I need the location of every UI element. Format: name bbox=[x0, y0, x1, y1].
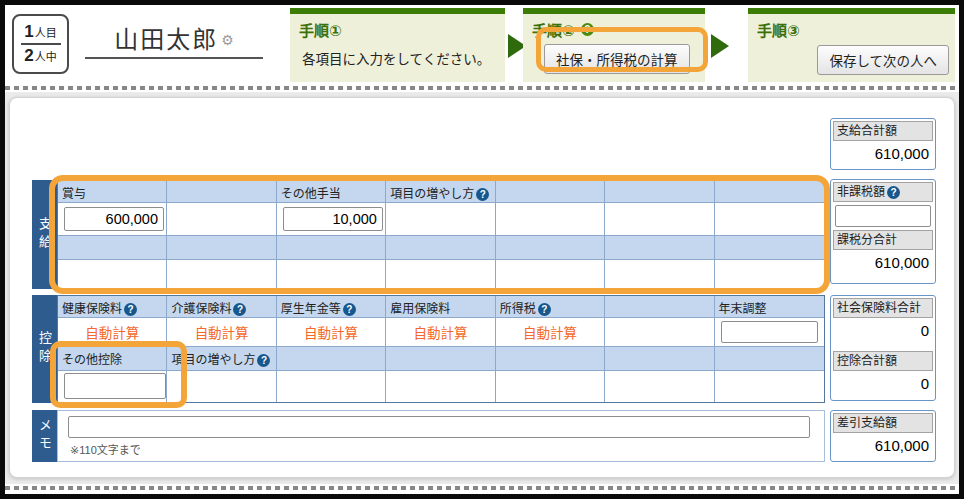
deduction-empty-cell bbox=[277, 371, 386, 402]
deduction-empty-cell bbox=[496, 371, 605, 402]
payment-other-allowance-cell bbox=[277, 203, 386, 236]
payment-bonus-cell bbox=[58, 203, 167, 236]
deduction-col-care-insurance: 介護保険料? bbox=[167, 296, 276, 318]
nontaxable-taxable-group: 非課税額? 課税分合計 610,000 bbox=[830, 179, 936, 284]
counter-current-number: 1 bbox=[24, 22, 33, 42]
other-allowance-input[interactable] bbox=[283, 207, 383, 231]
deduction-col-yearend: 年末調整 bbox=[715, 296, 824, 318]
bonus-input[interactable] bbox=[64, 207, 164, 231]
other-deduction-input[interactable] bbox=[64, 373, 166, 399]
payment-header2-empty bbox=[277, 236, 386, 260]
save-next-person-button[interactable]: 保存して次の人へ bbox=[817, 45, 949, 75]
help-icon[interactable]: ? bbox=[343, 303, 356, 316]
calc-social-income-tax-button[interactable]: 社保・所得税の計算 bbox=[544, 44, 690, 74]
step-3-box: 手順③ 保存して次の人へ bbox=[748, 8, 955, 82]
deduction-header2-empty bbox=[496, 347, 605, 371]
counter-total-unit: 人中 bbox=[35, 48, 57, 64]
add-items-label: 項目の増やし方 bbox=[171, 353, 255, 367]
add-items-label: 項目の増やし方 bbox=[390, 187, 474, 201]
bottom-dashed-divider bbox=[5, 486, 959, 490]
person-counter-total: 2人中 bbox=[24, 46, 56, 66]
step-2-title: 手順② ? bbox=[532, 19, 696, 40]
deduction-col-health-insurance: 健康保険料? bbox=[58, 296, 167, 318]
pension-label: 厚生年金等 bbox=[281, 302, 341, 316]
net-payment-label: 差引支給額 bbox=[833, 413, 933, 433]
step-1-title: 手順① bbox=[299, 19, 496, 40]
payment-header2-empty bbox=[167, 236, 276, 260]
payment-total-value: 610,000 bbox=[833, 141, 933, 167]
help-icon[interactable]: ? bbox=[124, 303, 137, 316]
income-tax-label: 所得税 bbox=[500, 302, 536, 316]
payment-total-label: 支給合計額 bbox=[833, 121, 933, 141]
memo-input[interactable] bbox=[68, 416, 810, 438]
social-insurance-total-label: 社会保険料合計 bbox=[833, 298, 933, 318]
step-2-box: 手順② ? 社保・所得税の計算 bbox=[523, 8, 705, 82]
payment-col-empty bbox=[715, 181, 824, 203]
nontaxable-label: 非課税額? bbox=[833, 182, 933, 202]
payment-empty-cell bbox=[386, 203, 495, 236]
step-1-instruction: 各項目に入力をしてください。 bbox=[302, 48, 496, 68]
deduction-total-label: 控除合計額 bbox=[833, 351, 933, 371]
deduction-empty-cell bbox=[386, 371, 495, 402]
deduction-table: 健康保険料? 介護保険料? 厚生年金等? 雇用保険料 所得税? 年末調整 自動計… bbox=[57, 295, 825, 403]
help-icon[interactable]: ? bbox=[581, 23, 594, 36]
deduction-col-employment-insurance: 雇用保険料 bbox=[386, 296, 495, 318]
deduction-header2-empty bbox=[277, 347, 386, 371]
payment-empty-cell bbox=[496, 260, 605, 288]
payment-empty-cell bbox=[167, 203, 276, 236]
payment-table: 賞与 その他手当 項目の増やし方? bbox=[57, 180, 825, 289]
payment-header2-empty bbox=[715, 236, 824, 260]
payment-col-add-items: 項目の増やし方? bbox=[386, 181, 495, 203]
payment-header2-empty bbox=[605, 236, 714, 260]
taxable-total-label: 課税分合計 bbox=[833, 230, 933, 250]
insurance-deduction-total-group: 社会保険料合計 0 控除合計額 0 bbox=[830, 295, 936, 401]
help-icon[interactable]: ? bbox=[887, 186, 900, 199]
gear-icon[interactable]: ⚙ bbox=[221, 32, 234, 48]
health-insurance-autocalc: 自動計算 bbox=[58, 318, 167, 347]
deduction-empty-cell bbox=[605, 318, 714, 347]
deduction-col-add-items: 項目の増やし方? bbox=[167, 347, 276, 371]
payment-header2-empty bbox=[58, 236, 167, 260]
payment-col-empty bbox=[167, 181, 276, 203]
deduction-col-other-deduction: その他控除 bbox=[58, 347, 167, 371]
payment-col-empty bbox=[496, 181, 605, 203]
payment-empty-cell bbox=[58, 260, 167, 288]
payment-col-bonus: 賞与 bbox=[58, 181, 167, 203]
net-payment-value: 610,000 bbox=[833, 433, 933, 459]
counter-current-unit: 人目 bbox=[35, 24, 57, 40]
payment-empty-cell bbox=[715, 203, 824, 236]
deduction-col-pension: 厚生年金等? bbox=[277, 296, 386, 318]
payment-empty-cell bbox=[386, 260, 495, 288]
pension-autocalc: 自動計算 bbox=[277, 318, 386, 347]
nontaxable-input[interactable] bbox=[835, 205, 931, 227]
deduction-empty-cell bbox=[715, 371, 824, 402]
employment-insurance-autocalc: 自動計算 bbox=[386, 318, 495, 347]
help-icon[interactable]: ? bbox=[233, 303, 246, 316]
step-1-box: 手順① 各項目に入力をしてください。 bbox=[290, 8, 505, 82]
step-3-title: 手順③ bbox=[757, 19, 946, 40]
payment-empty-cell bbox=[715, 260, 824, 288]
payment-empty-cell bbox=[277, 260, 386, 288]
counter-divider bbox=[21, 43, 61, 45]
payment-section-label: 支給 bbox=[32, 180, 57, 289]
top-dashed-divider bbox=[5, 86, 959, 90]
step-arrow-icon bbox=[711, 34, 729, 58]
memo-limit-note: ※110文字まで bbox=[70, 441, 816, 457]
help-icon[interactable]: ? bbox=[538, 303, 551, 316]
person-counter-current: 1人目 bbox=[24, 22, 56, 42]
bonus-entry-screen: 1人目 2人中 山田太郎⚙ 手順① 各項目に入力をしてください。 手順② ? 社… bbox=[0, 0, 964, 499]
help-icon[interactable]: ? bbox=[257, 354, 270, 367]
health-insurance-label: 健康保険料 bbox=[62, 302, 122, 316]
payment-empty-cell bbox=[496, 203, 605, 236]
memo-section-label: メモ bbox=[32, 410, 57, 462]
payment-col-empty bbox=[605, 181, 714, 203]
payment-header2-empty bbox=[496, 236, 605, 260]
social-insurance-total-value: 0 bbox=[833, 318, 933, 344]
yearend-adjustment-input[interactable] bbox=[721, 321, 818, 343]
help-icon[interactable]: ? bbox=[476, 188, 489, 201]
payment-total-group: 支給合計額 610,000 bbox=[830, 118, 936, 170]
care-insurance-autocalc: 自動計算 bbox=[167, 318, 276, 347]
payment-empty-cell bbox=[167, 260, 276, 288]
nontaxable-label-text: 非課税額 bbox=[837, 185, 885, 199]
deduction-total-value: 0 bbox=[833, 371, 933, 397]
